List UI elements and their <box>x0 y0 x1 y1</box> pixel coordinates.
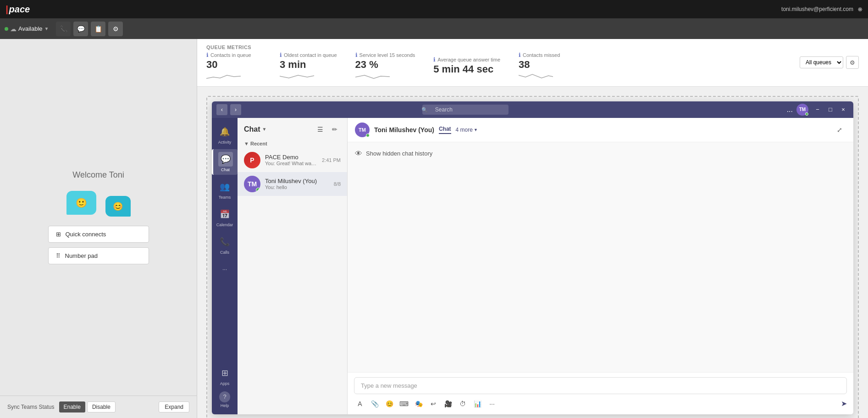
queue-metrics-title: QUEUE METRICS <box>206 45 574 50</box>
quick-connects-button[interactable]: ⊞ Quick connects <box>48 226 149 243</box>
sidebar-item-more[interactable]: ··· <box>212 259 238 279</box>
top-nav: |pace toni.milushev@perficient.com ⎈ <box>0 0 868 18</box>
disable-button[interactable]: Disable <box>87 401 116 412</box>
sidebar-item-apps[interactable]: ⊞ Apps <box>217 363 232 389</box>
quick-connects-label: Quick connects <box>66 231 106 238</box>
recipient-online-dot <box>366 134 370 137</box>
tasks-toolbar-button[interactable]: 📋 <box>91 22 105 36</box>
sync-section: Sync Teams Status Enable Disable <box>7 401 116 412</box>
welcome-text: Welcome Toni <box>72 170 124 180</box>
teams-forward-button[interactable]: › <box>230 104 241 115</box>
queue-settings-button[interactable]: ⚙ <box>846 56 859 69</box>
logout-icon[interactable]: ⎈ <box>858 5 862 13</box>
pace-demo-time: 2:41 PM <box>322 157 341 163</box>
expand-button[interactable]: Expand <box>159 401 189 412</box>
teams-more-button[interactable]: ... <box>787 106 793 114</box>
chat-panel-actions: ☰ ✏ <box>314 123 341 135</box>
attach-button[interactable]: 📎 <box>369 398 381 410</box>
teams-body: 🔔 Activity 💬 Chat 👥 Teams <box>212 118 853 414</box>
chat-toolbar-button[interactable]: 💬 <box>73 22 88 36</box>
chevron-down-icon[interactable]: ▼ <box>44 26 49 31</box>
toni-avatar: TM <box>244 176 260 192</box>
status-button[interactable]: Available <box>18 25 43 32</box>
meet-button[interactable]: 🎥 <box>442 398 454 410</box>
toni-info: Toni Milushev (You) You: hello <box>265 178 329 190</box>
loop-button[interactable]: ↩ <box>427 398 439 410</box>
sidebar-item-calendar[interactable]: 📅 Calendar <box>212 204 238 230</box>
sticker-button[interactable]: 🎭 <box>413 398 425 410</box>
queue-filter: All queues ⚙ <box>800 56 859 69</box>
status-label: Available <box>18 25 43 32</box>
teams-main-header: TM Toni Milushev (You) Chat 4 more ▼ <box>348 118 853 142</box>
expand-chat-button[interactable]: ⤢ <box>833 123 846 136</box>
teams-main-actions: ⤢ <box>833 123 846 136</box>
teams-nav-buttons: ‹ › <box>216 104 241 115</box>
toni-time: 8/8 <box>334 181 341 187</box>
close-button[interactable]: × <box>838 104 849 115</box>
metric-label-service: Service level 15 seconds <box>359 52 415 58</box>
chat-compose-button[interactable]: ✏ <box>329 123 341 135</box>
sidebar-label-teams: Teams <box>219 195 231 200</box>
sidebar-item-help[interactable]: ? Help <box>217 389 232 411</box>
teams-chat-body: 👁 Show hidden chat history <box>348 142 853 372</box>
hidden-history-row[interactable]: 👁 Show hidden chat history <box>355 150 846 158</box>
queue-select[interactable]: All queues <box>800 56 843 68</box>
toolbar-icons: 📞 💬 📋 ⚙ <box>56 22 123 36</box>
sidebar-item-chat[interactable]: 💬 Chat <box>212 149 238 175</box>
metric-oldest-contact: ℹ Oldest contact in queue 3 min <box>280 52 337 81</box>
phone-toolbar-button[interactable]: 📞 <box>56 22 71 36</box>
record-button[interactable]: ⏱ <box>457 398 469 410</box>
activity-icon: 🔔 <box>217 124 232 139</box>
queue-metrics-left: QUEUE METRICS ℹ Contacts in queue 30 <box>206 45 574 81</box>
sidebar-bottom: ⊞ Apps ? Help <box>217 363 232 411</box>
chat-panel-header: Chat ▼ ☰ ✏ <box>238 118 347 139</box>
message-placeholder-text[interactable]: Type a new message <box>354 377 847 394</box>
teams-back-button[interactable]: ‹ <box>216 104 227 115</box>
sidebar-item-activity[interactable]: 🔔 Activity <box>212 122 238 147</box>
sidebar-label-activity: Activity <box>218 140 232 145</box>
app-logo: |pace <box>6 4 30 15</box>
top-nav-right: toni.milushev@perficient.com ⎈ <box>781 5 862 13</box>
settings-toolbar-button[interactable]: ⚙ <box>108 22 123 36</box>
chat-list-item-pace[interactable]: P PACE Demo You: Great! What was it? 2:4… <box>238 148 347 172</box>
eye-icon: 👁 <box>355 150 362 158</box>
metric-value-missed: 38 <box>519 58 530 72</box>
pace-demo-name: PACE Demo <box>265 154 317 161</box>
pace-demo-info: PACE Demo You: Great! What was it? <box>265 154 317 166</box>
metric-label-missed: Contacts missed <box>523 52 560 58</box>
queue-metrics-bar: QUEUE METRICS ℹ Contacts in queue 30 <box>197 39 868 87</box>
left-panel-content: Welcome Toni 🙂 😊 ⊞ Quick conn <box>0 39 197 396</box>
enable-button[interactable]: Enable <box>59 401 85 412</box>
maximize-button[interactable]: □ <box>825 104 836 115</box>
sparkline-missed <box>519 72 555 81</box>
hidden-history-label: Show hidden chat history <box>366 150 432 157</box>
sidebar-item-calls[interactable]: 📞 Calls <box>212 232 238 257</box>
send-button[interactable]: ➤ <box>841 399 847 408</box>
sparkline-service <box>355 72 392 81</box>
metric-service-level: ℹ Service level 15 seconds 23 % <box>355 52 415 81</box>
metric-label-contacts: Contacts in queue <box>210 52 251 58</box>
chat-more-button[interactable]: 4 more ▼ <box>456 127 478 133</box>
minimize-button[interactable]: − <box>812 104 823 115</box>
chat-title-chevron-icon: ▼ <box>262 127 267 132</box>
more-tools-button[interactable]: ··· <box>486 398 498 410</box>
metric-avg-answer: ℹ Average queue answer time 5 min 44 sec <box>433 56 500 76</box>
teams-titlebar-right: ... TM − □ × <box>787 104 849 116</box>
chat-tab[interactable]: Chat <box>439 126 451 134</box>
teams-search-input[interactable] <box>422 105 509 115</box>
teams-avatar[interactable]: TM <box>796 104 808 116</box>
teams-chat-panel: Chat ▼ ☰ ✏ ▼ Recent <box>238 118 348 414</box>
format-button[interactable]: A <box>354 398 366 410</box>
metric-contacts-in-queue: ℹ Contacts in queue 30 <box>206 52 261 81</box>
gif-button[interactable]: ⌨ <box>398 398 410 410</box>
chat-list-item-toni[interactable]: TM Toni Milushev (You) You: hello 8/8 <box>238 172 347 196</box>
whiteboard-button[interactable]: 📊 <box>471 398 483 410</box>
chat-filter-button[interactable]: ☰ <box>314 123 326 135</box>
number-pad-button[interactable]: ⠿ Number pad <box>48 247 149 264</box>
sidebar-label-calendar: Calendar <box>216 223 233 227</box>
left-panel-bottom: Sync Teams Status Enable Disable Expand <box>0 396 197 418</box>
chat-illustration: 🙂 😊 <box>66 189 131 217</box>
emoji-button[interactable]: 😊 <box>383 398 395 410</box>
sidebar-item-teams[interactable]: 👥 Teams <box>212 177 238 202</box>
info-icon: ℹ <box>206 52 209 58</box>
